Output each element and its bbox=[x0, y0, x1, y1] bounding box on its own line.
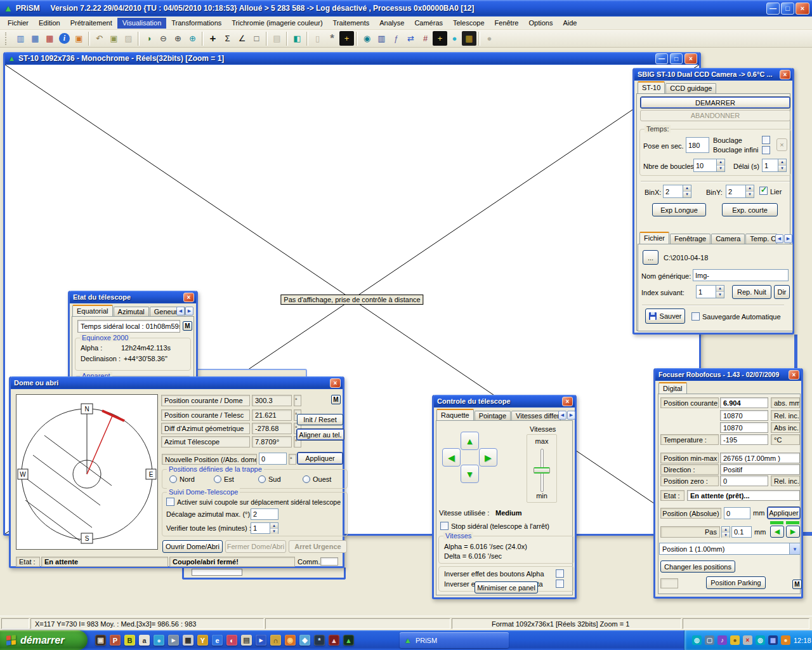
ql-calculator-icon[interactable]: ▦ bbox=[183, 635, 193, 646]
astrometry-icon[interactable]: ƒ bbox=[389, 31, 403, 46]
chevron-down-icon[interactable]: ▾ bbox=[789, 543, 800, 554]
slew-north-button[interactable]: ▲ bbox=[461, 432, 479, 450]
photometry-icon[interactable]: ◑ bbox=[141, 31, 156, 46]
slew-south-button[interactable]: ▼ bbox=[461, 465, 479, 483]
menu-fichier[interactable]: Fichier bbox=[3, 18, 34, 29]
abort-exposure-button[interactable]: ABANDONNER bbox=[640, 110, 790, 121]
image-minimize-button[interactable]: — bbox=[655, 53, 668, 64]
short-exposure-button[interactable]: Exp. courte bbox=[722, 203, 778, 216]
step-stepper[interactable]: ▴▾ bbox=[721, 526, 730, 538]
crosshair-icon[interactable]: + bbox=[206, 31, 220, 46]
delay-stepper[interactable]: 1 ▴▾ bbox=[762, 159, 787, 172]
ql-firefox-icon[interactable]: ◉ bbox=[285, 635, 296, 646]
globe-icon[interactable]: ● bbox=[447, 31, 462, 46]
ql-satellite-icon[interactable]: * bbox=[314, 635, 325, 646]
maximize-button[interactable]: □ bbox=[781, 3, 794, 15]
tray-network-error-icon[interactable]: × bbox=[743, 635, 752, 645]
radio-icon[interactable] bbox=[214, 475, 221, 483]
generic-name-input[interactable]: Img- bbox=[693, 269, 789, 281]
focuser-close-button[interactable]: × bbox=[789, 370, 799, 380]
color-swap-icon[interactable]: ◧ bbox=[290, 31, 304, 46]
telescope-state-titlebar[interactable]: Etat du télescope × bbox=[70, 291, 196, 303]
image-window-titlebar[interactable]: ▲ ST-10 1092x736 - Monochrome - Réels(32… bbox=[5, 52, 699, 65]
clipboard-icon[interactable]: ▯ bbox=[310, 31, 325, 46]
minimize-panel-button[interactable]: Minimiser ce panel bbox=[475, 581, 538, 594]
transfer-icon[interactable]: ⇄ bbox=[403, 31, 418, 46]
toolbar-separator[interactable] bbox=[356, 32, 358, 46]
night-folder-button[interactable]: Rep. Nuit bbox=[732, 285, 771, 299]
save-as-icon[interactable]: ▦ bbox=[43, 31, 57, 46]
telescope-control-titlebar[interactable]: Controle du télescope × bbox=[434, 395, 575, 408]
radio-nord[interactable]: Nord bbox=[169, 475, 214, 483]
tab-raquette[interactable]: Raquette bbox=[436, 409, 474, 421]
tab-scroll-right[interactable]: ▶ bbox=[784, 234, 792, 243]
sidereal-m-button[interactable]: M bbox=[183, 321, 192, 331]
toolbar-separator[interactable] bbox=[202, 32, 204, 46]
tab-fichier[interactable]: Fichier bbox=[639, 232, 669, 244]
autosave-checkbox[interactable] bbox=[691, 312, 700, 321]
tab-scroll-left[interactable]: ◀ bbox=[176, 307, 185, 315]
ql-sphere-icon[interactable]: ◐ bbox=[226, 635, 237, 646]
info-icon[interactable]: i bbox=[59, 33, 70, 44]
init-reset-button[interactable]: Init / Reset bbox=[297, 414, 343, 425]
paste-icon[interactable]: ▨ bbox=[121, 31, 136, 46]
tab-temp-ccd[interactable]: Temp. CCI bbox=[745, 234, 777, 244]
taskbar-task-prism[interactable]: ▲ PRiSM bbox=[400, 632, 509, 648]
tray-key-icon[interactable]: ● bbox=[730, 635, 740, 645]
parking-position-button[interactable]: Position Parking bbox=[706, 576, 766, 589]
focuser-titlebar[interactable]: Focuser Robofocus - 1.43 - 02/07/2009 × bbox=[655, 368, 801, 381]
tab-scroll-left[interactable]: ◀ bbox=[558, 411, 566, 420]
link-bin-checkbox[interactable] bbox=[759, 187, 768, 195]
undo-icon[interactable]: ↶ bbox=[92, 31, 107, 46]
binx-stepper[interactable]: 2 ▴▾ bbox=[663, 185, 691, 198]
ql-mediaplayer-icon[interactable]: ▸ bbox=[256, 635, 266, 646]
save-button[interactable]: Sauver bbox=[645, 308, 685, 324]
camera-icon[interactable]: ● bbox=[482, 31, 497, 46]
start-button[interactable]: démarrer bbox=[0, 630, 88, 650]
tab-vitesses-diff[interactable]: Vitesses differen bbox=[511, 411, 561, 421]
menu-analyse[interactable]: Analyse bbox=[374, 18, 409, 29]
open-image-icon[interactable]: ▥ bbox=[13, 31, 28, 46]
radio-icon[interactable] bbox=[303, 475, 310, 483]
radio-ouest[interactable]: Ouest bbox=[303, 475, 347, 483]
ql-trophy-icon[interactable]: Y bbox=[197, 635, 208, 646]
toolbar-separator[interactable] bbox=[138, 32, 140, 46]
dome-close-button[interactable]: × bbox=[330, 378, 341, 388]
film-icon[interactable]: ▦ bbox=[462, 31, 476, 46]
dome-titlebar[interactable]: Dome ou abri × bbox=[11, 376, 343, 389]
menu-fenetre[interactable]: Fenêtre bbox=[490, 18, 524, 29]
next-index-stepper[interactable]: 1 ▴▾ bbox=[696, 285, 724, 298]
tab-fenetrage[interactable]: Fenêtrage bbox=[670, 234, 710, 244]
toolbar-separator[interactable] bbox=[306, 32, 308, 46]
tab-azimutal[interactable]: Azimutal bbox=[114, 307, 149, 317]
ql-ie-icon[interactable]: e bbox=[212, 635, 223, 646]
invert-alpha-checkbox[interactable] bbox=[556, 569, 564, 578]
starfield-icon[interactable]: + bbox=[339, 31, 354, 46]
star-map-icon[interactable]: * bbox=[325, 31, 339, 46]
apply-focus-button[interactable]: Appliquer bbox=[767, 507, 801, 519]
panel-icon[interactable]: ▤ bbox=[270, 31, 284, 46]
tab-ccd-guidage[interactable]: CCD guidage bbox=[665, 83, 716, 93]
exposure-input[interactable]: 180 bbox=[686, 137, 709, 153]
tab-camera[interactable]: Camera bbox=[711, 234, 745, 244]
magnifier-icon[interactable]: ⊕ bbox=[185, 31, 200, 46]
tab-scroll-left[interactable]: ◀ bbox=[775, 234, 783, 243]
slew-west-button[interactable]: ◀ bbox=[442, 448, 461, 467]
image-close-button[interactable]: × bbox=[684, 53, 697, 64]
open-dome-button[interactable]: Ouvrir Dome/Abri bbox=[162, 540, 223, 553]
ql-darkred-icon[interactable]: ▲ bbox=[329, 635, 339, 646]
toolbar-grip[interactable] bbox=[5, 32, 8, 45]
star-cross-icon[interactable]: + bbox=[433, 31, 447, 46]
tray-display-icon[interactable]: ▢ bbox=[705, 635, 714, 645]
focuser-m-button[interactable]: M bbox=[792, 580, 802, 589]
follow-telescope-checkbox[interactable] bbox=[166, 498, 174, 506]
radio-icon[interactable] bbox=[169, 475, 177, 483]
close-dome-button[interactable]: Fermer Dome/Abri bbox=[225, 540, 286, 553]
menu-options[interactable]: Options bbox=[523, 18, 558, 29]
histogram-icon[interactable]: ▥ bbox=[374, 31, 389, 46]
save-icon[interactable]: ▦ bbox=[28, 31, 43, 46]
telescope-state-close-button[interactable]: × bbox=[183, 293, 194, 302]
focus-out-button[interactable]: ◀ bbox=[770, 526, 784, 538]
verify-interval-stepper[interactable]: 1 ▴▾ bbox=[251, 522, 278, 534]
stop-sidereal-checkbox[interactable] bbox=[440, 522, 449, 530]
